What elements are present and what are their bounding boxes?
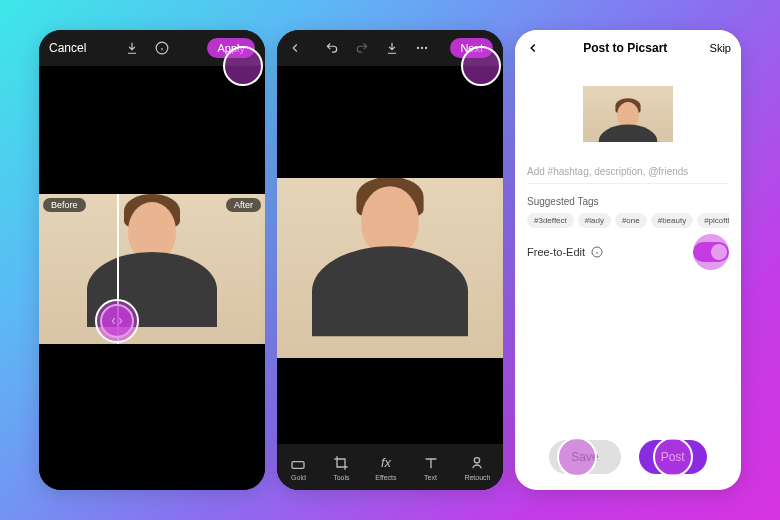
text-icon (422, 454, 440, 472)
editor-canvas: Before After (39, 66, 265, 490)
info-icon[interactable] (589, 244, 605, 260)
info-icon[interactable] (154, 40, 170, 56)
highlight-post (653, 437, 693, 477)
tool-effects[interactable]: fxEffects (375, 454, 396, 481)
retouch-icon (468, 454, 486, 472)
gold-icon (289, 454, 307, 472)
tool-text[interactable]: Text (422, 454, 440, 481)
screen-before-after: Cancel Apply Before After (39, 30, 265, 490)
suggested-label: Suggested Tags (527, 196, 729, 207)
redo-icon (354, 40, 370, 56)
highlight-slider (95, 299, 139, 343)
download-icon[interactable] (384, 40, 400, 56)
fte-label: Free-to-Edit (527, 246, 585, 258)
tool-retouch[interactable]: Retouch (464, 454, 490, 481)
tag-item[interactable]: #beauty (651, 213, 693, 228)
toolbar: Post to Picsart Skip (515, 30, 741, 66)
svg-point-3 (425, 47, 427, 49)
tag-item[interactable]: #lady (578, 213, 611, 228)
skip-button[interactable]: Skip (710, 42, 731, 54)
editor-canvas: Gold Tools fxEffects Text Retouch (277, 66, 503, 490)
back-icon[interactable] (525, 40, 541, 56)
caption-input[interactable]: Add #hashtag, description, @friends (527, 160, 729, 184)
highlight-apply (223, 46, 263, 86)
back-icon[interactable] (287, 40, 303, 56)
screen-post: Post to Picsart Skip Add #hashtag, descr… (515, 30, 741, 490)
download-icon[interactable] (124, 40, 140, 56)
highlight-toggle (691, 232, 731, 272)
svg-point-5 (475, 457, 480, 462)
post-form: Add #hashtag, description, @friends Sugg… (515, 66, 741, 282)
tag-item[interactable]: #3deffect (527, 213, 574, 228)
tag-item[interactable]: #one (615, 213, 647, 228)
tool-bar: Gold Tools fxEffects Text Retouch (277, 444, 503, 490)
free-to-edit-row: Free-to-Edit (527, 242, 729, 262)
highlight-next (461, 46, 501, 86)
fx-icon: fx (377, 454, 395, 472)
svg-point-1 (416, 47, 418, 49)
after-badge: After (226, 198, 261, 212)
more-icon[interactable] (414, 40, 430, 56)
action-bar: Save Post (515, 440, 741, 474)
thumbnail[interactable] (583, 86, 673, 142)
tag-item[interactable]: #picoftheday (697, 213, 729, 228)
image-preview[interactable]: Before After (39, 194, 265, 344)
image-preview[interactable] (277, 178, 503, 358)
page-title: Post to Picsart (583, 41, 667, 55)
undo-icon[interactable] (324, 40, 340, 56)
before-badge: Before (43, 198, 86, 212)
crop-icon (332, 454, 350, 472)
cancel-button[interactable]: Cancel (49, 41, 86, 55)
svg-rect-4 (292, 461, 304, 468)
tool-tools[interactable]: Tools (332, 454, 350, 481)
tool-gold[interactable]: Gold (289, 454, 307, 481)
screen-editor: Next Gold Tools fxEffects Text Retouch (277, 30, 503, 490)
svg-point-2 (421, 47, 423, 49)
tag-list: #3deffect #lady #one #beauty #picoftheda… (527, 213, 729, 228)
